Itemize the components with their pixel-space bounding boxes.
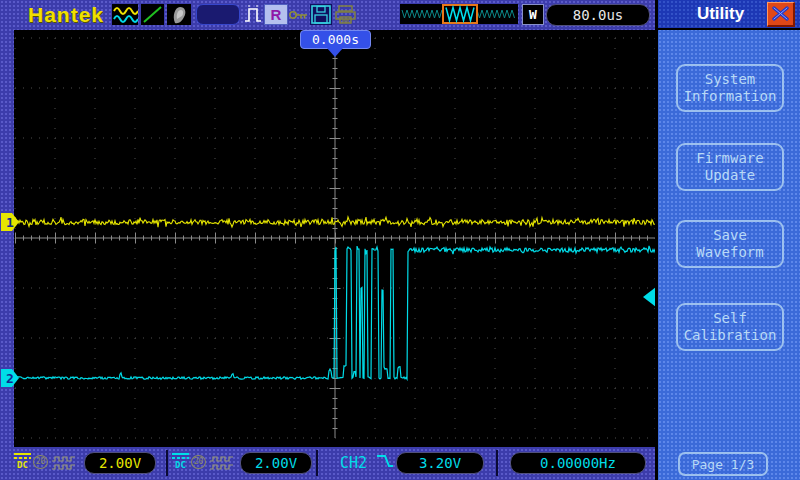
print-icon[interactable] [334, 4, 358, 25]
ch2-bandwidth-icon: 20 [191, 455, 206, 469]
hantek-logo: Hantek [28, 3, 104, 27]
statusbar-divider [496, 450, 498, 476]
ch2-scale-readout: 2.00V [240, 452, 312, 474]
keylock-icon[interactable] [288, 4, 308, 25]
oscilloscope-app: Hantek R [0, 0, 800, 480]
save-floppy-icon[interactable] [310, 4, 332, 25]
pulse-mode-icon[interactable] [244, 4, 262, 25]
w-label: W [529, 7, 537, 22]
trigger-source-label: CH2 [340, 454, 367, 472]
trigger-position-marker[interactable]: 0.000s [300, 30, 371, 49]
close-button[interactable] [767, 2, 795, 27]
button-line: System [705, 71, 756, 88]
ch1-bandwidth-icon: 20 [33, 455, 48, 469]
close-icon [772, 6, 789, 21]
page-selector-button[interactable]: Page 1/3 [678, 452, 768, 476]
printer-glyph [334, 4, 358, 25]
trigger-position-pointer [327, 48, 343, 57]
ch2-invert-icon [210, 455, 234, 474]
ch1-scale-readout: 2.00V [84, 452, 156, 474]
button-line: Calibration [684, 327, 777, 344]
frequency-counter-readout: 0.00000Hz [510, 452, 646, 474]
timebase-readout: 80.0us [546, 4, 650, 26]
pulse-glyph [244, 4, 262, 25]
button-line: Waveform [696, 244, 763, 261]
button-line: Firmware [696, 150, 763, 167]
key-glyph [288, 6, 308, 24]
channel-waves-icon[interactable] [112, 4, 138, 25]
channel-waves-glyph [112, 4, 138, 25]
floppy-glyph [310, 4, 332, 25]
ch1-coupling-icon: DC [14, 453, 31, 469]
preview-waveform-glyph [400, 4, 518, 24]
button-line: Save [713, 227, 747, 244]
statusbar-divider [166, 450, 168, 476]
menu-title-bar: Utility [658, 0, 800, 30]
ch2-marker-digit: 2 [6, 371, 14, 386]
self-calibration-button[interactable]: Self Calibration [676, 303, 784, 351]
ref-waveform-icon[interactable]: R [264, 4, 288, 25]
ch2-coupling-icon: DC [172, 453, 189, 469]
falling-edge-icon [376, 453, 394, 473]
system-information-button[interactable]: System Information [676, 64, 784, 112]
scope-display: 1 2 [0, 30, 658, 447]
r-label: R [271, 6, 282, 23]
hand-glyph [167, 4, 191, 25]
firmware-update-button[interactable]: Firmware Update [676, 143, 784, 191]
button-line: Update [705, 167, 756, 184]
trigger-level-readout: 3.20V [396, 452, 484, 474]
cursor-line-icon[interactable] [141, 4, 164, 25]
waveform-preview-window[interactable] [400, 4, 518, 24]
empty-slot-indicator [196, 4, 240, 25]
ch1-invert-icon [52, 455, 76, 474]
menu-title: Utility [658, 4, 767, 24]
ch2-coupling-label: DC [172, 461, 189, 469]
w-mode-icon[interactable]: W [522, 4, 544, 25]
page-label: Page 1/3 [692, 457, 755, 472]
save-waveform-button[interactable]: Save Waveform [676, 220, 784, 268]
button-line: Self [713, 310, 747, 327]
hand-icon[interactable] [167, 4, 191, 25]
ch1-coupling-label: DC [14, 461, 31, 469]
trigger-position-label: 0.000s [312, 32, 359, 47]
ch1-marker-digit: 1 [6, 215, 14, 230]
button-line: Information [684, 88, 777, 105]
statusbar-divider [316, 450, 318, 476]
diagonal-line-glyph [141, 4, 164, 25]
